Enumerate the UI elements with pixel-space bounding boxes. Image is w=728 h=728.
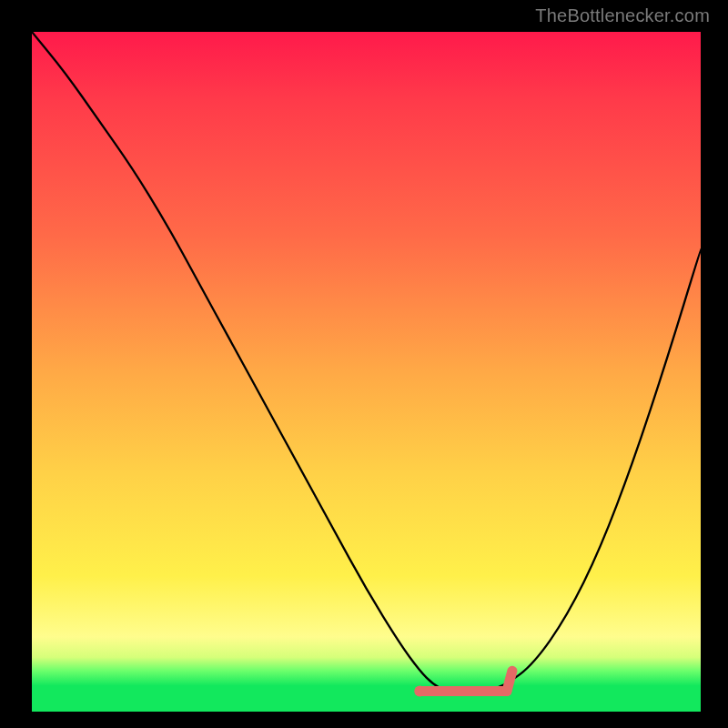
watermark-text: TheBottlenecker.com [535,5,710,26]
plot-svg [32,32,701,712]
bottleneck-curve [32,32,701,692]
plot-area [32,32,701,712]
marker-right-stub [507,671,512,691]
chart-stage: TheBottlenecker.com [0,0,728,728]
